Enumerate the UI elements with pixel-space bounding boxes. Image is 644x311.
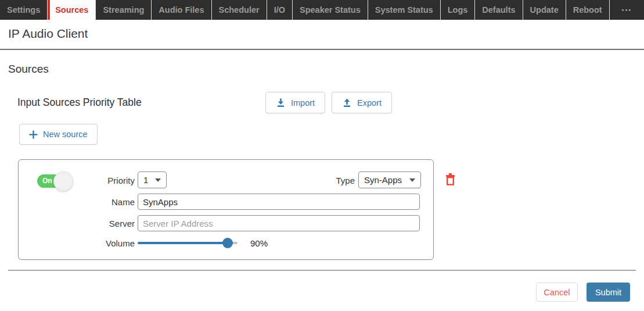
volume-slider[interactable] — [138, 242, 238, 244]
volume-value: 90% — [250, 238, 268, 248]
type-select[interactable]: Syn-Apps — [358, 171, 421, 188]
type-label: Type — [303, 176, 355, 185]
volume-slider-knob[interactable] — [222, 238, 233, 248]
priority-select-value: 1 — [143, 175, 148, 185]
tab-audio-files[interactable]: Audio Files — [152, 0, 211, 20]
name-input[interactable] — [138, 194, 420, 210]
server-input[interactable] — [138, 215, 420, 231]
tab-defaults[interactable]: Defaults — [475, 0, 523, 20]
upload-icon — [342, 98, 352, 108]
priority-select[interactable]: 1 — [138, 171, 167, 188]
submit-button[interactable]: Submit — [587, 283, 630, 302]
plus-icon — [29, 130, 38, 139]
chevron-down-icon — [155, 178, 161, 182]
input-sources-table-title: Input Sources Priority Table — [17, 96, 142, 109]
tab-io[interactable]: I/O — [267, 0, 293, 20]
source-card: On Priority 1 Type Syn-Apps Name Server … — [18, 159, 434, 260]
tab-update[interactable]: Update — [523, 0, 566, 20]
delete-source-button[interactable] — [442, 171, 458, 187]
ip-audio-client-app: Settings Sources Streaming Audio Files S… — [0, 0, 644, 311]
tab-more[interactable]: ••• — [610, 0, 644, 20]
page-title: IP Audio Client — [8, 27, 88, 41]
tab-reboot[interactable]: Reboot — [566, 0, 610, 20]
import-button[interactable]: Import — [265, 92, 325, 113]
tab-scheduler[interactable]: Scheduler — [212, 0, 267, 20]
tab-logs[interactable]: Logs — [441, 0, 476, 20]
volume-slider-fill — [138, 242, 228, 244]
import-button-label: Import — [291, 98, 315, 108]
tab-streaming[interactable]: Streaming — [96, 0, 152, 20]
cancel-button[interactable]: Cancel — [536, 283, 578, 302]
type-select-value: Syn-Apps — [364, 175, 402, 185]
export-button-label: Export — [357, 98, 382, 108]
tab-sources[interactable]: Sources — [48, 0, 96, 20]
new-source-button-label: New source — [43, 130, 88, 139]
name-label: Name — [42, 197, 135, 207]
download-icon — [276, 98, 286, 108]
server-label: Server — [42, 219, 135, 228]
footer-divider — [8, 270, 636, 271]
tab-settings[interactable]: Settings — [0, 0, 48, 20]
tab-system-status[interactable]: System Status — [368, 0, 441, 20]
trash-icon — [444, 173, 456, 186]
new-source-button[interactable]: New source — [19, 124, 98, 145]
priority-label: Priority — [42, 176, 135, 185]
chevron-down-icon — [409, 178, 415, 182]
top-nav: Settings Sources Streaming Audio Files S… — [0, 0, 644, 20]
header-divider — [0, 49, 644, 50]
export-button[interactable]: Export — [332, 92, 392, 113]
volume-label: Volume — [42, 238, 135, 248]
tab-speaker-status[interactable]: Speaker Status — [293, 0, 368, 20]
sources-section-heading: Sources — [8, 63, 49, 76]
